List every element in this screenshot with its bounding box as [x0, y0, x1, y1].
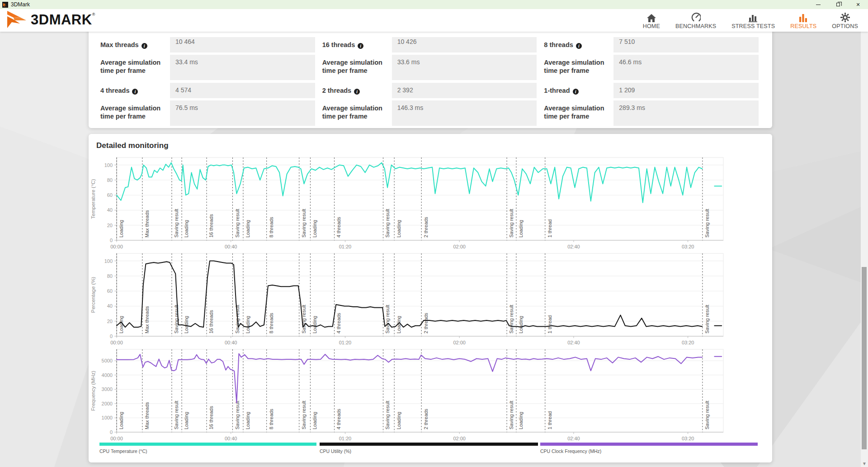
- legend-item-2[interactable]: CPU Clock Frequency (MHz): [540, 443, 760, 454]
- phase-label: 4 threads: [336, 313, 341, 334]
- chart-stack: 02040608010000:0000:4001:2002:0002:4003:…: [89, 155, 772, 443]
- restore-icon: [836, 3, 840, 6]
- phase-label: Loading: [184, 220, 189, 238]
- score-group-1-thread: 1-threadi1 209Average simulationtime per…: [544, 83, 759, 126]
- nav-item-benchmarks[interactable]: BENCHMARKS: [675, 11, 716, 29]
- nav-label: STRESS TESTS: [731, 23, 775, 29]
- phase-label: Saving result: [704, 305, 710, 334]
- app-icon: [2, 2, 8, 8]
- phase-label: 16 threads: [208, 406, 214, 429]
- nav-label: RESULTS: [790, 23, 816, 29]
- score-value: 7 510: [619, 38, 759, 45]
- avg-time-value-box: 33.4 ms: [170, 55, 315, 80]
- svg-text:40: 40: [107, 207, 113, 213]
- nav-item-home[interactable]: HOME: [643, 11, 660, 29]
- svg-text:0: 0: [110, 238, 113, 243]
- svg-text:02:00: 02:00: [453, 340, 466, 345]
- vertical-scrollbar[interactable]: ▼: [861, 32, 868, 467]
- phase-label: Saving result: [509, 305, 514, 334]
- svg-text:4000: 4000: [102, 372, 113, 378]
- info-icon[interactable]: i: [576, 43, 582, 49]
- info-icon[interactable]: i: [354, 89, 360, 95]
- nav-item-results[interactable]: RESULTS: [790, 11, 816, 29]
- avg-time-value: 33.6 ms: [397, 58, 420, 66]
- svg-text:02:40: 02:40: [567, 340, 580, 345]
- phase-label: 4 threads: [336, 409, 341, 429]
- svg-text:20: 20: [107, 223, 113, 228]
- svg-text:00:40: 00:40: [225, 340, 237, 345]
- results-bars-icon: [799, 13, 808, 22]
- close-button[interactable]: ✕: [848, 0, 868, 9]
- phase-label: Loading: [245, 220, 250, 238]
- svg-text:20: 20: [107, 319, 113, 324]
- score-value-box: 1 209: [613, 83, 759, 98]
- avg-time-value-box: 76.5 ms: [170, 100, 315, 126]
- scroll-down-arrow-icon[interactable]: ▼: [861, 461, 868, 466]
- score-value: 10 426: [397, 38, 537, 45]
- cpu-utility-chart: 02040608010000:0000:4001:2002:0002:4003:…: [89, 251, 772, 347]
- minimize-button[interactable]: [808, 0, 828, 9]
- cpu-clock-frequency-chart: 01000200030004000500000:0000:4001:2002:0…: [89, 347, 772, 443]
- avg-time-value: 76.5 ms: [175, 104, 198, 111]
- score-grid: Max threadsi10 464Average simulationtime…: [100, 37, 759, 126]
- phase-label: Saving result: [704, 209, 710, 238]
- score-group-8-threads: 8 threadsi7 510Average simulationtime pe…: [544, 37, 759, 80]
- phase-label: Loading: [518, 220, 524, 238]
- score-group-max-threads: Max threadsi10 464Average simulationtime…: [100, 37, 315, 80]
- nav-item-stress-tests[interactable]: STRESS TESTS: [731, 11, 775, 29]
- phase-label: Saving result: [385, 209, 390, 238]
- phase-label: Max threads: [144, 402, 150, 429]
- content-area: Max threadsi10 464Average simulationtime…: [0, 32, 868, 467]
- phase-label: 2 threads: [423, 409, 429, 429]
- maximize-button[interactable]: [828, 0, 848, 9]
- chart-legend: CPU Temperature (°C)CPU Utility (%)CPU C…: [89, 443, 772, 454]
- avg-time-value: 46.6 ms: [619, 58, 642, 66]
- info-icon[interactable]: i: [358, 43, 363, 49]
- avg-time-value: 289.3 ms: [619, 104, 645, 111]
- phase-label: Saving result: [235, 209, 240, 238]
- bar-chart-icon: [749, 13, 758, 22]
- gear-icon: [840, 13, 850, 22]
- phase-label: Saving result: [301, 400, 307, 429]
- score-value-box: 10 426: [392, 37, 537, 52]
- score-label: 16 threadsi: [322, 37, 392, 52]
- score-value-box: 4 574: [170, 83, 315, 98]
- svg-text:03:20: 03:20: [682, 436, 694, 441]
- nav-label: OPTIONS: [832, 23, 858, 29]
- legend-item-1[interactable]: CPU Utility (%): [320, 443, 540, 454]
- phase-label: Saving result: [704, 400, 710, 429]
- svg-text:60: 60: [107, 288, 113, 294]
- legend-color-bar: [540, 443, 758, 446]
- phase-label: 4 threads: [336, 217, 341, 238]
- avg-time-value: 146.3 ms: [397, 104, 424, 111]
- nav-label: BENCHMARKS: [675, 23, 716, 29]
- phase-label: Loading: [118, 220, 124, 238]
- window-titlebar: 3DMark ✕: [0, 0, 868, 9]
- score-label: 8 threadsi: [544, 37, 613, 52]
- registered-mark: ®: [92, 10, 95, 19]
- info-icon[interactable]: i: [573, 89, 579, 95]
- svg-text:03:20: 03:20: [682, 244, 694, 249]
- avg-time-value-box: 289.3 ms: [613, 100, 759, 126]
- phase-label: Loading: [245, 412, 250, 429]
- main-nav: HOME BENCHMARKS STRESS TESTS RESULTS OPT…: [643, 11, 858, 29]
- legend-label: CPU Clock Frequency (MHz): [540, 448, 760, 454]
- nav-item-options[interactable]: OPTIONS: [832, 11, 858, 29]
- phase-label: 16 threads: [208, 214, 214, 238]
- phase-label: Saving result: [235, 305, 240, 334]
- logo-arrow-icon: [6, 10, 30, 31]
- scrollbar-thumb[interactable]: [862, 267, 867, 449]
- svg-text:0: 0: [110, 429, 113, 435]
- score-label: 2 threadsi: [322, 83, 392, 98]
- legend-item-0[interactable]: CPU Temperature (°C): [99, 443, 320, 454]
- phase-label: Loading: [312, 316, 317, 334]
- phase-label: Loading: [184, 412, 189, 429]
- gauge-icon: [691, 13, 701, 22]
- svg-text:1000: 1000: [102, 415, 113, 420]
- phase-label: Saving result: [174, 400, 179, 429]
- avg-time-value: 33.4 ms: [175, 58, 198, 66]
- phase-label: Loading: [396, 412, 401, 429]
- avg-time-label: Average simulationtime per frame: [322, 100, 392, 126]
- info-icon[interactable]: i: [142, 43, 147, 49]
- info-icon[interactable]: i: [132, 89, 138, 95]
